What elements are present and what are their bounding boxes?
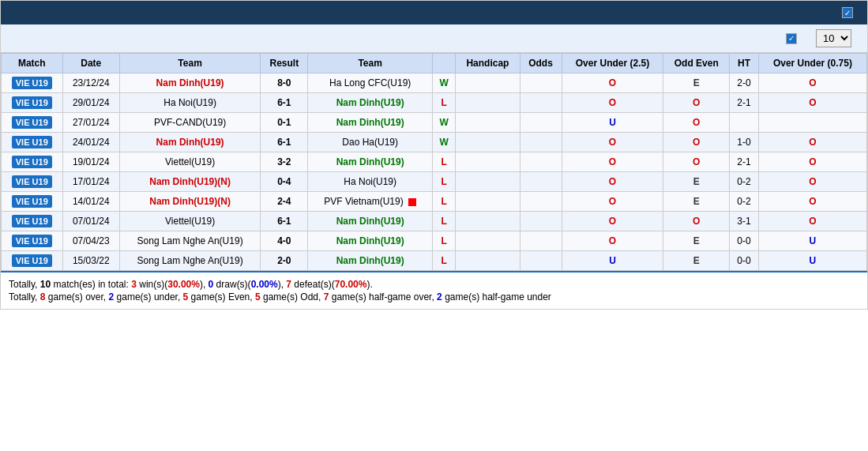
col-ou25: Over Under (2.5) <box>562 54 663 73</box>
handicap-cell <box>456 113 520 133</box>
games-count-select[interactable]: 5 10 15 20 25 30 <box>816 29 851 47</box>
date-cell: 15/03/22 <box>62 251 119 271</box>
ht-cell: 0-2 <box>730 172 759 192</box>
result-cell: 6-1 <box>261 133 308 152</box>
table-row: VIE U1927/01/24PVF-CAND(U19)0-1Nam Dinh(… <box>2 113 867 133</box>
oe-cell: O <box>663 212 730 231</box>
result-cell: 0-1 <box>261 113 308 133</box>
odds-cell <box>520 231 562 251</box>
result-cell: 2-4 <box>261 192 308 212</box>
outcome-cell: W <box>432 73 455 93</box>
odds-cell <box>520 192 562 212</box>
result-cell: 6-1 <box>261 93 308 113</box>
result-cell: 3-2 <box>261 152 308 172</box>
over-count: 8 <box>40 291 46 303</box>
team1-cell: Song Lam Nghe An(U19) <box>119 231 260 251</box>
display-notes-checkbox[interactable]: ✓ <box>842 7 853 18</box>
oe-cell: E <box>663 192 730 212</box>
col-odds: Odds <box>520 54 562 73</box>
oe-cell: O <box>663 113 730 133</box>
odds-cell <box>520 133 562 152</box>
outcome-cell: L <box>432 152 455 172</box>
league-badge: VIE U19 <box>12 195 52 208</box>
league-badge: VIE U19 <box>12 235 52 247</box>
col-team2: Team <box>308 54 432 73</box>
result-cell: 8-0 <box>261 73 308 93</box>
ou25-cell: O <box>562 172 663 192</box>
hg-under-count: 2 <box>437 291 442 303</box>
league-cell: VIE U19 <box>2 113 63 133</box>
col-date: Date <box>62 54 119 73</box>
date-cell: 07/04/23 <box>62 231 119 251</box>
total-matches: 10 <box>40 279 51 290</box>
ht-cell: 0-0 <box>730 251 759 271</box>
outcome-cell: L <box>432 93 455 113</box>
footer-line2: Totally, 8 game(s) over, 2 game(s) under… <box>9 291 859 303</box>
team1-cell: Nam Dinh(U19)(N) <box>119 192 260 212</box>
team2-cell: Nam Dinh(U19) <box>308 93 432 113</box>
ou075-cell: U <box>758 251 866 271</box>
col-handicap: Handicap <box>456 54 520 73</box>
col-team1: Team <box>119 54 260 73</box>
team1-cell: Nam Dinh(U19) <box>119 133 260 152</box>
date-cell: 07/01/24 <box>62 212 119 231</box>
header-right: ✓ <box>842 7 858 18</box>
odds-cell <box>520 93 562 113</box>
date-cell: 17/01/24 <box>62 172 119 192</box>
team2-cell: Nam Dinh(U19) <box>308 113 432 133</box>
date-cell: 24/01/24 <box>62 133 119 152</box>
ht-cell <box>730 113 759 133</box>
wins-count: 3 <box>131 279 137 290</box>
handicap-cell <box>456 231 520 251</box>
ou075-cell: O <box>758 172 866 192</box>
col-match: Match <box>2 54 63 73</box>
table-row: VIE U1923/12/24Nam Dinh(U19)8-0Ha Long C… <box>2 73 867 93</box>
team2-cell: Nam Dinh(U19) <box>308 212 432 231</box>
table-row: VIE U1924/01/24Nam Dinh(U19)6-1Dao Ha(U1… <box>2 133 867 152</box>
handicap-cell <box>456 152 520 172</box>
wins-pct: 30.00% <box>167 279 200 290</box>
outcome-cell: L <box>432 251 455 271</box>
ou075-cell: O <box>758 212 866 231</box>
ou25-cell: O <box>562 73 663 93</box>
odd-count: 5 <box>255 291 261 303</box>
col-oe: Odd Even <box>663 54 730 73</box>
ou075-cell: U <box>758 231 866 251</box>
draws-count: 0 <box>209 279 214 290</box>
result-cell: 0-4 <box>261 172 308 192</box>
outcome-cell: L <box>432 231 455 251</box>
result-cell: 6-1 <box>261 212 308 231</box>
table-row: VIE U1914/01/24Nam Dinh(U19)(N)2-4PVF Vi… <box>2 192 867 212</box>
footer-line1: Totally, 10 match(es) in total: 3 win(s)… <box>9 279 859 290</box>
table-row: VIE U1907/01/24Viettel(U19)6-1Nam Dinh(U… <box>2 212 867 231</box>
league-badge: VIE U19 <box>12 156 52 168</box>
league-cell: VIE U19 <box>2 133 63 152</box>
team1-cell: Nam Dinh(U19) <box>119 73 260 93</box>
league-badge: VIE U19 <box>12 215 52 227</box>
table-row: VIE U1915/03/22Song Lam Nghe An(U19)2-0N… <box>2 251 867 271</box>
league-cell: VIE U19 <box>2 251 63 271</box>
team1-cell: Ha Noi(U19) <box>119 93 260 113</box>
league-cell: VIE U19 <box>2 212 63 231</box>
table-row: VIE U1929/01/24Ha Noi(U19)6-1Nam Dinh(U1… <box>2 93 867 113</box>
ou075-cell: O <box>758 152 866 172</box>
league-badge: VIE U19 <box>12 175 52 188</box>
ht-cell: 2-0 <box>730 73 759 93</box>
odds-cell <box>520 73 562 93</box>
ht-cell: 1-0 <box>730 133 759 152</box>
league-checkbox[interactable]: ✓ <box>786 33 797 44</box>
team2-cell: Nam Dinh(U19) <box>308 251 432 271</box>
league-cell: VIE U19 <box>2 152 63 172</box>
odds-cell <box>520 212 562 231</box>
col-ou075: Over Under (0.75) <box>758 54 866 73</box>
league-badge: VIE U19 <box>12 136 52 148</box>
team1-cell: Viettel(U19) <box>119 152 260 172</box>
ou25-cell: U <box>562 251 663 271</box>
team2-cell: Nam Dinh(U19) <box>308 152 432 172</box>
handicap-cell <box>456 73 520 93</box>
date-cell: 29/01/24 <box>62 93 119 113</box>
handicap-cell <box>456 133 520 152</box>
date-cell: 19/01/24 <box>62 152 119 172</box>
ou25-cell: O <box>562 93 663 113</box>
outcome-cell: W <box>432 133 455 152</box>
